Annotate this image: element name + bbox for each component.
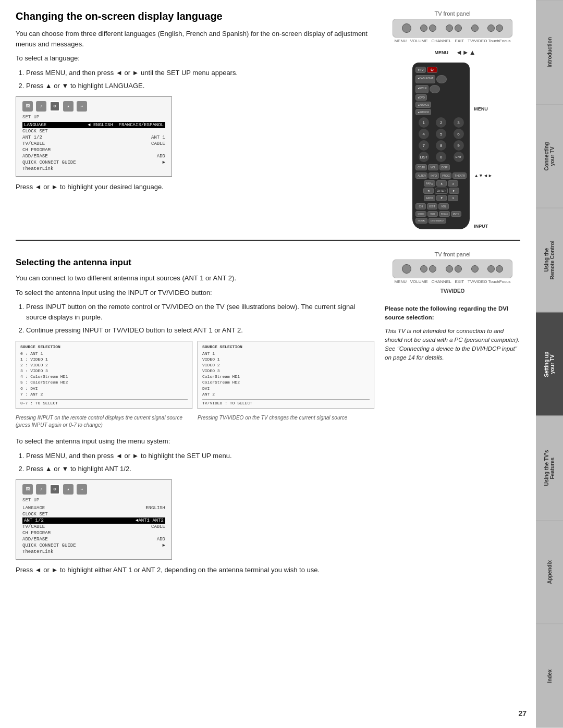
- remote-input-label: INPUT: [474, 224, 488, 229]
- ccdi-btn: CC/DI: [415, 164, 427, 170]
- tvvideo-tf-label: TV/VIDEO TouchFocus: [468, 39, 511, 43]
- page-number: 27: [518, 709, 527, 718]
- source-item: VIDEO 1: [202, 356, 370, 362]
- btn-2: 2: [436, 117, 446, 128]
- menu-row-chprogram: CH PROGRAM: [22, 147, 165, 153]
- channel-label-lower: CHANNEL: [431, 279, 451, 284]
- menu-btn: [402, 23, 411, 33]
- menu-row2-chprogram: CH PROGRAM: [22, 530, 165, 536]
- audio1-btn: ●AUDIO1: [415, 102, 431, 108]
- ch-btn: CH: [415, 203, 426, 209]
- numpad: 1 2 3 4 5 6 7 8 9 LIST 0 ENT: [415, 117, 467, 162]
- list-item: Continue pressing INPUT or TV/VIDEO butt…: [26, 325, 374, 336]
- tvvideo-tf-label-lower: TV/VIDEO TouchFocus: [468, 279, 511, 284]
- remote-control: ●TV ⏻ ●CABLE/SAT ●RVCR ●DVD: [412, 63, 470, 229]
- thetr-btn: THEATR: [452, 172, 467, 179]
- section1-title: Changing the on-screen display language: [16, 10, 374, 22]
- input-annotation: INPUT: [474, 221, 493, 229]
- tf-btn: [496, 24, 503, 32]
- btn-9: 9: [454, 140, 464, 151]
- menu-annotation: MENU: [474, 104, 493, 112]
- section2-steps-menu: Press MENU, and then press ◄ or ► to hig…: [26, 451, 374, 474]
- source-item: VIDEO 3: [202, 368, 370, 374]
- enter-btn: ENTER: [435, 188, 448, 194]
- btn-6: 6: [454, 129, 464, 139]
- source-item: 5 : ColorStream HD2: [20, 379, 188, 385]
- remote-menu-label: MENU: [474, 106, 488, 112]
- dvd-control-btn: DVD/SEARCH: [429, 218, 446, 224]
- list-item: Press ▲ or ▼ to highlight LANGUAGE.: [26, 81, 374, 91]
- set-icon: ⚙: [50, 101, 60, 112]
- note-bold: Please note the following regarding the …: [385, 304, 520, 323]
- menu-row2-theaterlink: TheaterLink: [22, 549, 165, 555]
- section1-intro: You can choose from three different lang…: [16, 29, 374, 49]
- alter-btn: ALTER: [415, 172, 427, 179]
- menu-btn-lower: [402, 264, 411, 274]
- guide-btn: GUIDE: [415, 211, 426, 217]
- circle-btn2: [430, 85, 440, 93]
- source-item: VIDEO 2: [202, 362, 370, 368]
- arrows-annotation: ▲▼◄►: [474, 171, 493, 179]
- sidebar-tab-features[interactable]: Using the TV'sFeatures: [536, 416, 563, 520]
- btn-1: 1: [419, 117, 429, 128]
- tv-video-label: TV/VIDEO: [440, 288, 465, 294]
- remote-annotations: MENU ▲▼◄► INPUT: [474, 63, 493, 229]
- fav-icon-2: ★: [63, 484, 74, 495]
- menu-arrows: ◄►▲: [456, 48, 476, 56]
- nav-up-btn: ▲: [436, 180, 447, 187]
- section-divider: [16, 240, 520, 241]
- sidebar-tab-remote-control[interactable]: Using theRemote Control: [536, 208, 563, 312]
- section2-intro: You can connect to two different antenna…: [16, 273, 374, 283]
- section1-to-select: To select a language:: [16, 53, 374, 64]
- menu-row2-tvcable: TV/CABLECABLE: [22, 524, 165, 530]
- list-item: Press MENU, and then press ◄ or ► until …: [26, 68, 374, 78]
- nav-down-btn: ▼: [436, 195, 447, 201]
- sidebar-tab-introduction[interactable]: Introduction: [536, 0, 563, 104]
- menu-nav-row: MENU ◄►▲: [434, 48, 475, 56]
- sidebar-tab-connecting[interactable]: Connectingyour TV: [536, 104, 563, 208]
- menu-row-clockset: CLOCK SET: [22, 128, 165, 134]
- vol-btn: VOL: [428, 164, 438, 170]
- btn-0: 0: [436, 152, 446, 162]
- mute-btn: MUTE: [451, 211, 461, 217]
- menu-row2-adderase: ADD/ERASEADD: [22, 536, 165, 542]
- menu-label: MENU: [394, 39, 407, 43]
- menu-row-adderase: ADD/ERASEADD: [22, 153, 165, 159]
- exit-btn: [471, 24, 479, 32]
- snd-icon-2: ♪: [36, 484, 46, 495]
- exit-label-lower: EXIT: [455, 279, 464, 284]
- source-footer-2: TV/VIDEO : TO SELECT: [202, 399, 370, 405]
- menu-row-tvcable: TV/CABLECABLE: [22, 141, 165, 147]
- source-item: 1 : VIDEO 1: [20, 356, 188, 362]
- source-item: 7 : ANT 2: [20, 391, 188, 397]
- section2-step3: Press ◄ or ► to highlight either ANT 1 o…: [16, 565, 374, 575]
- source-item: ColorStream HD1: [202, 374, 370, 379]
- tvvideo-btn: [487, 24, 495, 32]
- pic-icon-2: 🖼: [22, 484, 33, 495]
- tvvideo-btn-lower: [487, 265, 495, 273]
- snd-icon: ♪: [36, 101, 46, 112]
- source-screen-2: SOURCE SELECTION ANT 1 VIDEO 1 VIDEO 2 V…: [198, 341, 374, 410]
- ch-down-btn: [446, 24, 453, 32]
- fav-up-btn: FAV▲: [424, 180, 435, 187]
- sidebar-tab-appendix[interactable]: Appendix: [536, 520, 563, 624]
- tv-front-panel-label: TV front panel: [434, 10, 470, 17]
- sidebar-tab-setting-up[interactable]: Setting upyour TV: [536, 312, 563, 416]
- btn-7: 7: [419, 140, 429, 151]
- tv-panel-bottom: [393, 260, 512, 278]
- section1-content: Changing the on-screen display language …: [16, 10, 374, 229]
- sidebar-tab-index[interactable]: Index: [536, 624, 563, 728]
- source-title-2: SOURCE SELECTION: [202, 344, 370, 349]
- sidebar: Introduction Connectingyour TV Using the…: [536, 0, 563, 728]
- menu-row-language: LANGUAGE◄ ENGLISH FRANCAIS/ESPANOL: [22, 122, 165, 128]
- note-box: Please note the following regarding the …: [385, 304, 520, 363]
- ch-up-btn-lower: [455, 265, 462, 273]
- rcr-btn: RCR: [427, 211, 438, 217]
- exit-label: EXIT: [455, 39, 464, 43]
- circle-btn1: [436, 75, 447, 83]
- rvcr-btn: ●RVCR: [415, 85, 429, 93]
- volume-label: VOLUME: [410, 39, 428, 43]
- signal-btn: SIGNAL: [415, 218, 427, 224]
- exit-btn-lower: [471, 265, 479, 273]
- audio2-btn: ●AUDIO2: [415, 109, 431, 115]
